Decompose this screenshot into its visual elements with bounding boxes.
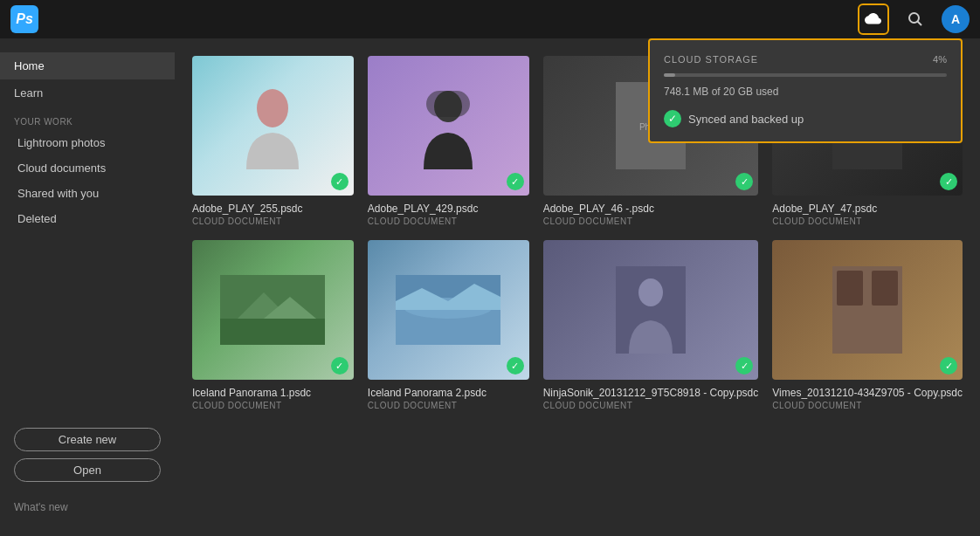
doc-type: CLOUD DOCUMENT [368,216,529,226]
doc-check-icon: ✓ [940,357,957,375]
svg-point-18 [638,278,663,306]
cloud-storage-title: CLOUD STORAGE [664,54,758,65]
cloud-sync-status: ✓ Synced and backed up [664,110,947,127]
whats-new-link[interactable]: What's new [0,492,175,522]
sidebar-item-lightroom[interactable]: Lightroom photos [0,130,175,155]
svg-rect-21 [872,271,898,306]
doc-check-icon: ✓ [331,357,349,375]
sidebar-nav: Home Learn YOUR WORK Lightroom photos Cl… [0,52,175,417]
doc-type: CLOUD DOCUMENT [368,401,529,410]
sidebar-buttons: Create new Open [0,417,175,492]
main-layout: Home Learn YOUR WORK Lightroom photos Cl… [0,38,980,536]
cloud-usage-text: 748.1 MB of 20 GB used [664,86,947,98]
open-button[interactable]: Open [14,458,161,482]
doc-thumb: ✓ [192,56,354,196]
search-button[interactable] [901,5,929,33]
svg-rect-20 [837,271,863,306]
create-new-button[interactable]: Create new [14,428,161,451]
sync-status-text: Synced and backed up [688,113,804,126]
doc-name: Vimes_20131210-434Z9705 - Copy.psdc [772,387,963,399]
cloud-storage-button[interactable] [858,3,889,35]
sidebar-item-deleted[interactable]: Deleted [0,206,175,231]
doc-check-icon: ✓ [940,173,957,190]
doc-card-doc7[interactable]: ✓ NinjaSonik_20131212_9T5C8918 - Copy.ps… [543,240,759,410]
svg-rect-4 [426,91,470,117]
sidebar-item-home[interactable]: Home [0,52,175,79]
doc-name: Iceland Panorama 1.psdc [192,387,354,399]
content-area: CLOUD STORAGE 4% 748.1 MB of 20 GB used … [175,38,980,536]
doc-name: Adobe_PLAY_46 -.psdc [543,203,759,215]
doc-name: Iceland Panorama 2.psdc [368,387,529,399]
doc-type: CLOUD DOCUMENT [192,216,354,226]
sidebar-item-learn[interactable]: Learn [0,79,175,107]
cloud-progress-fill [664,73,675,77]
sync-check-icon: ✓ [664,110,681,127]
cloud-storage-percent: 4% [933,54,947,65]
doc-card-doc6[interactable]: ✓ Iceland Panorama 2.psdc CLOUD DOCUMENT [368,240,529,410]
doc-type: CLOUD DOCUMENT [192,401,354,410]
doc-card-doc2[interactable]: ✓ Adobe_PLAY_429.psdc CLOUD DOCUMENT [368,56,529,226]
doc-name: Adobe_PLAY_47.psdc [772,203,963,215]
doc-check-icon: ✓ [735,173,753,190]
doc-thumb: ✓ [368,56,529,196]
svg-line-1 [918,22,922,26]
doc-card-doc8[interactable]: ✓ Vimes_20131210-434Z9705 - Copy.psdc CL… [772,240,963,410]
doc-thumb: ✓ [368,240,529,380]
doc-check-icon: ✓ [331,173,349,190]
doc-card-doc1[interactable]: ✓ Adobe_PLAY_255.psdc CLOUD DOCUMENT [192,56,354,226]
doc-check-icon: ✓ [507,357,524,375]
doc-name: Adobe_PLAY_429.psdc [368,203,529,215]
ps-logo: Ps [10,5,38,33]
sidebar-item-cloud-documents[interactable]: Cloud documents [0,155,175,181]
doc-type: CLOUD DOCUMENT [543,401,759,410]
doc-type: CLOUD DOCUMENT [543,216,759,226]
doc-thumb: ✓ [772,240,963,380]
svg-rect-10 [220,319,325,345]
svg-point-0 [909,13,919,23]
topbar-right: A [858,3,970,35]
svg-point-2 [257,89,288,127]
sidebar-section-your-work: YOUR WORK [0,107,175,130]
topbar: Ps A [0,0,980,38]
doc-type: CLOUD DOCUMENT [772,216,963,226]
doc-type: CLOUD DOCUMENT [772,401,963,410]
cloud-storage-popup: CLOUD STORAGE 4% 748.1 MB of 20 GB used … [648,38,963,143]
sidebar-item-shared[interactable]: Shared with you [0,181,175,206]
doc-check-icon: ✓ [735,357,753,375]
sidebar: Home Learn YOUR WORK Lightroom photos Cl… [0,38,175,536]
doc-name: NinjaSonik_20131212_9T5C8918 - Copy.psdc [543,387,759,399]
doc-name: Adobe_PLAY_255.psdc [192,203,354,215]
doc-card-doc5[interactable]: ✓ Iceland Panorama 1.psdc CLOUD DOCUMENT [192,240,354,410]
cloud-popup-header: CLOUD STORAGE 4% [664,54,947,65]
doc-check-icon: ✓ [507,173,524,190]
user-avatar[interactable]: A [942,5,970,33]
cloud-progress-bar [664,73,947,77]
doc-thumb: ✓ [543,240,759,380]
doc-thumb: ✓ [192,240,354,380]
